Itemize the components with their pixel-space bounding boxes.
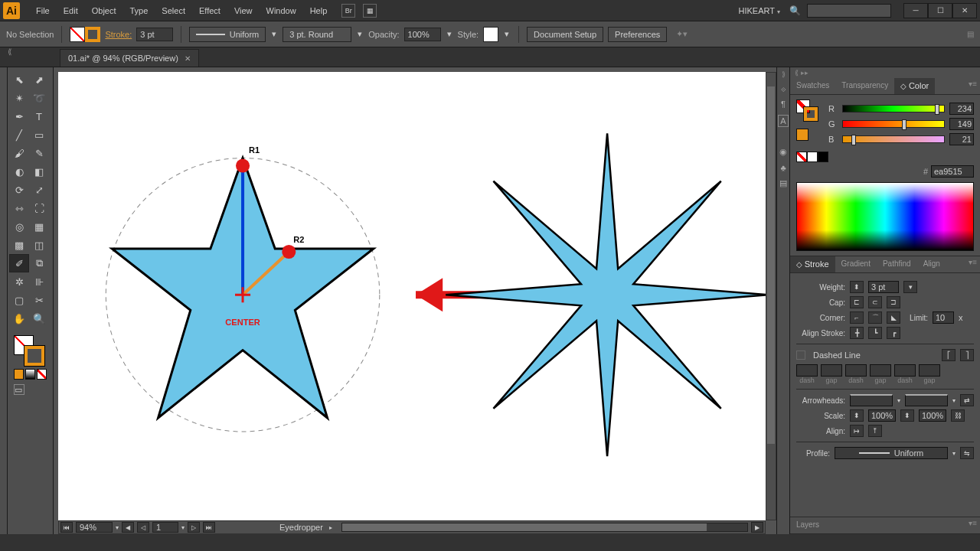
expand-dock-icon[interactable]: ⟫	[782, 70, 786, 78]
swap-arrows-button[interactable]: ⇄	[960, 394, 974, 406]
artboard-tool[interactable]: ▢	[9, 291, 29, 309]
zoom-field[interactable]	[76, 522, 113, 533]
stroke-swatch[interactable]	[24, 346, 44, 366]
none-swatch[interactable]	[796, 152, 807, 162]
collapse-dock-icon[interactable]: ⟪ ▸▸	[790, 67, 980, 78]
fill-stroke-indicator[interactable]	[14, 335, 44, 366]
paintbrush-tool[interactable]: 🖌	[9, 144, 29, 162]
column-graph-tool[interactable]: ⊪	[29, 272, 49, 291]
screen-mode-button[interactable]: ▭	[14, 384, 24, 395]
user-menu[interactable]: HIKEART	[739, 6, 783, 15]
pencil-tool[interactable]: ✎	[29, 144, 49, 162]
align-inside-button[interactable]: ┗	[868, 327, 882, 339]
maximize-button[interactable]: ☐	[928, 3, 952, 18]
arrow-align2-button[interactable]: ⤒	[868, 425, 882, 437]
prev-artboard-button[interactable]: ◀	[122, 522, 134, 533]
corner-miter-button[interactable]: ⌐	[850, 311, 864, 324]
document-setup-button[interactable]: Document Setup	[527, 27, 603, 42]
color-tab[interactable]: ◇ Color	[894, 78, 935, 94]
rectangle-tool[interactable]: ▭	[29, 126, 49, 144]
b-slider[interactable]	[842, 135, 945, 143]
gap3-input[interactable]	[919, 364, 940, 377]
menu-window[interactable]: Window	[260, 6, 303, 15]
hand-tool[interactable]: ✋	[9, 309, 29, 328]
width-tool[interactable]: ⇿	[9, 199, 29, 217]
menu-effect[interactable]: Effect	[192, 6, 227, 15]
color-panel-menu-icon[interactable]: ▾≡	[965, 78, 980, 94]
layers-panel-icon[interactable]: ▤	[779, 178, 787, 188]
preferences-button[interactable]: Preferences	[608, 27, 667, 42]
cap-round-button[interactable]: ⊂	[868, 296, 882, 308]
last-artboard-button[interactable]: ⏭	[203, 522, 215, 533]
panel-active-color[interactable]	[796, 129, 808, 141]
type-tool[interactable]: T	[29, 107, 49, 126]
align-center-button[interactable]: ╋	[850, 327, 864, 339]
r-input[interactable]	[949, 103, 974, 115]
arrow-align1-button[interactable]: ↦	[850, 425, 864, 437]
arrow-scale2-input[interactable]	[919, 409, 946, 422]
arrange-icon[interactable]: ▦	[363, 4, 377, 18]
g-input[interactable]	[949, 118, 974, 130]
corner-bevel-button[interactable]: ◣	[887, 311, 900, 324]
menu-edit[interactable]: Edit	[57, 6, 85, 15]
horizontal-scrollbar[interactable]	[341, 523, 748, 532]
weight-dropdown[interactable]: ▾	[903, 281, 917, 293]
scale2-stepper[interactable]: ⬍	[900, 409, 914, 422]
perspective-grid-tool[interactable]: ▦	[29, 217, 49, 236]
free-transform-tool[interactable]: ⛶	[29, 199, 49, 217]
dash-align-2[interactable]: ⎤	[960, 349, 974, 361]
blend-tool[interactable]: ⧉	[29, 254, 49, 272]
width-profile-select[interactable]: 3 pt. Round	[283, 27, 351, 42]
align-pixel-icon[interactable]: ✦▾	[676, 29, 688, 39]
rotate-tool[interactable]: ⟳	[9, 181, 29, 199]
scale1-stepper[interactable]: ⬍	[850, 409, 864, 422]
opacity-input[interactable]	[404, 28, 441, 41]
mesh-tool[interactable]: ▩	[9, 236, 29, 254]
search-input[interactable]	[807, 4, 891, 18]
dash-align-1[interactable]: ⎡	[942, 349, 956, 361]
menu-file[interactable]: File	[29, 6, 57, 15]
paragraph-panel-icon[interactable]: ¶	[781, 99, 786, 109]
bridge-icon[interactable]: Br	[341, 4, 355, 18]
stroke-panel-menu-icon[interactable]: ▾≡	[965, 256, 980, 272]
gap2-input[interactable]	[870, 364, 891, 377]
blob-brush-tool[interactable]: ◐	[9, 162, 29, 181]
pen-tool[interactable]: ✒	[9, 107, 29, 126]
color-mode-button[interactable]	[14, 369, 24, 380]
transparency-tab[interactable]: Transparency	[835, 78, 894, 94]
document-tab[interactable]: 01.ai* @ 94% (RGB/Preview) ✕	[60, 49, 199, 67]
cap-projecting-button[interactable]: ⊐	[887, 296, 900, 308]
cap-butt-button[interactable]: ⊏	[850, 296, 864, 308]
scale-tool[interactable]: ⤢	[29, 181, 49, 199]
align-outside-button[interactable]: ┏	[887, 327, 900, 339]
gradient-tab[interactable]: Gradient	[835, 256, 877, 272]
glyphs-panel-icon[interactable]: A	[778, 115, 788, 127]
arrow-scale1-input[interactable]	[868, 409, 896, 422]
style-swatch[interactable]	[483, 27, 498, 42]
close-button-window[interactable]: ✕	[952, 3, 977, 18]
graphic-styles-panel-icon[interactable]: ♣	[780, 163, 786, 172]
flip-profile-button[interactable]: ⇋	[960, 447, 974, 459]
character-panel-icon[interactable]: ⟐	[781, 84, 786, 93]
magic-wand-tool[interactable]: ✴	[9, 89, 29, 107]
link-scale-button[interactable]: ⛓	[951, 409, 965, 422]
selection-tool[interactable]: ⬉	[9, 70, 29, 89]
controlbar-menu-icon[interactable]: ▤	[967, 30, 974, 38]
lasso-tool[interactable]: ➰	[29, 89, 49, 107]
scroll-right-button[interactable]: ▶	[751, 522, 763, 533]
panel-stroke-swatch[interactable]	[804, 107, 818, 121]
appearance-panel-icon[interactable]: ◉	[779, 147, 787, 157]
weight-input[interactable]	[868, 281, 899, 293]
r-slider[interactable]	[842, 105, 945, 112]
gradient-tool[interactable]: ◫	[29, 236, 49, 254]
arrow-end-select[interactable]	[905, 394, 948, 406]
swatches-tab[interactable]: Swatches	[790, 78, 835, 94]
color-spectrum[interactable]	[796, 182, 974, 251]
hex-input[interactable]	[931, 165, 974, 178]
zoom-tool[interactable]: 🔍	[29, 309, 49, 328]
menu-select[interactable]: Select	[155, 6, 192, 15]
eyedropper-tool[interactable]: ✐	[9, 254, 29, 272]
symbol-sprayer-tool[interactable]: ✲	[9, 272, 29, 291]
menu-view[interactable]: View	[227, 6, 260, 15]
dash3-input[interactable]	[894, 364, 916, 377]
